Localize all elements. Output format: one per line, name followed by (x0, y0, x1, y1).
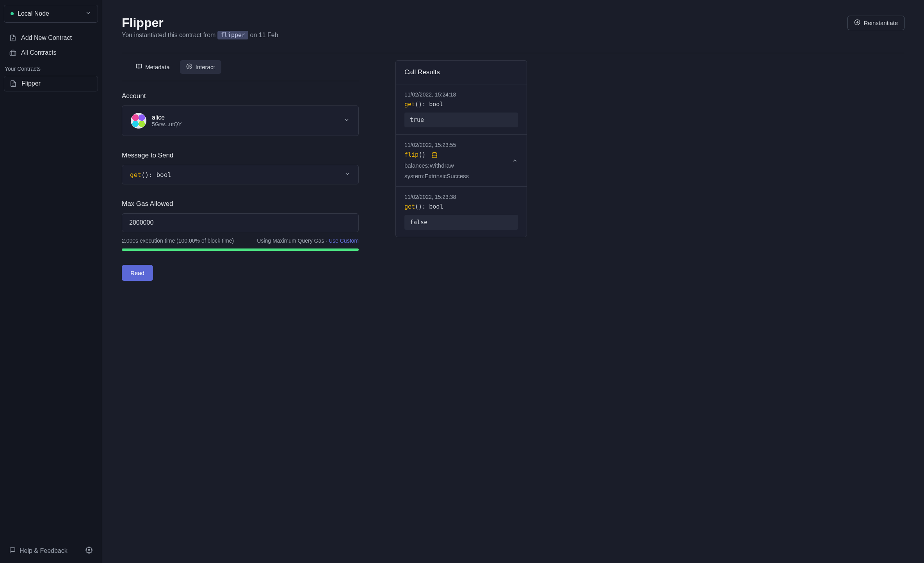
avatar-icon (131, 113, 146, 129)
help-feedback-link[interactable]: Help & Feedback (9, 547, 68, 555)
result-item: 11/02/2022, 15:24:18 get(): bool true (396, 84, 527, 135)
tabs: Metadata Interact (122, 53, 359, 81)
message-label: Message to Send (122, 152, 359, 159)
account-label: Account (122, 92, 359, 100)
all-contracts-link[interactable]: All Contracts (4, 45, 98, 60)
message-sig: (): bool (141, 171, 171, 179)
result-sig: (): bool (415, 101, 443, 108)
result-fn: get (404, 203, 415, 210)
result-timestamp: 11/02/2022, 15:23:55 (404, 142, 512, 148)
book-icon (136, 63, 142, 71)
node-label: Local Node (18, 10, 49, 17)
exec-time-text: 2.000s execution time (100.00% of block … (122, 238, 234, 244)
result-fn: flip (404, 151, 418, 158)
gas-input[interactable] (122, 213, 359, 232)
sidebar: Local Node Add New Contract All Contract… (0, 0, 102, 563)
result-sig: (): bool (415, 203, 443, 210)
add-contract-label: Add New Contract (21, 34, 72, 41)
chat-icon (9, 547, 16, 555)
main-content: Flipper You instantiated this contract f… (102, 0, 924, 563)
chevron-up-icon[interactable] (512, 157, 518, 165)
help-label: Help & Feedback (20, 547, 68, 554)
message-fn: get (130, 171, 141, 179)
result-event: balances:Withdraw (404, 162, 512, 169)
add-contract-link[interactable]: Add New Contract (4, 30, 98, 45)
svg-point-8 (187, 64, 192, 69)
database-icon (431, 152, 438, 158)
result-timestamp: 11/02/2022, 15:23:38 (404, 194, 518, 200)
code-chip: flipper (217, 31, 248, 39)
settings-button[interactable] (85, 547, 93, 555)
result-value: true (404, 113, 518, 127)
read-button[interactable]: Read (122, 265, 153, 281)
status-dot-icon (11, 12, 14, 15)
tab-metadata[interactable]: Metadata (130, 60, 176, 74)
chevron-down-icon (344, 171, 351, 179)
chevron-down-icon (344, 117, 350, 125)
result-fn: get (404, 101, 415, 108)
sidebar-contract-flipper[interactable]: Flipper (4, 76, 98, 91)
briefcase-icon (9, 49, 16, 56)
message-selector[interactable]: get(): bool (122, 165, 359, 184)
account-address: 5Grw...utQY (152, 121, 182, 127)
svg-rect-2 (10, 51, 16, 55)
your-contracts-label: Your Contracts (4, 60, 98, 76)
all-contracts-label: All Contracts (21, 49, 57, 56)
file-plus-icon (9, 34, 16, 41)
result-sig: () (418, 151, 426, 158)
call-results-title: Call Results (396, 61, 527, 84)
page-title: Flipper (122, 16, 278, 30)
reinstantiate-button[interactable]: Reinstantiate (847, 16, 904, 30)
result-item: 11/02/2022, 15:23:38 get(): bool false (396, 187, 527, 237)
svg-point-5 (88, 549, 90, 551)
svg-point-10 (432, 152, 437, 154)
node-selector[interactable]: Local Node (4, 5, 98, 23)
file-icon (10, 80, 17, 87)
account-selector[interactable]: alice 5Grw...utQY (122, 105, 359, 136)
contract-name: Flipper (21, 80, 41, 87)
result-value: false (404, 215, 518, 230)
tab-interact[interactable]: Interact (180, 60, 221, 74)
result-item: 11/02/2022, 15:23:55 flip() balances:Wit… (396, 135, 527, 187)
play-circle-icon (186, 63, 192, 71)
gas-mode-text: Using Maximum Query Gas · (257, 238, 329, 244)
result-event: system:ExtrinsicSuccess (404, 173, 512, 179)
svg-marker-9 (189, 65, 190, 67)
result-timestamp: 11/02/2022, 15:24:18 (404, 91, 518, 98)
account-name: alice (152, 114, 182, 121)
call-results-panel: Call Results 11/02/2022, 15:24:18 get():… (395, 60, 527, 237)
use-custom-link[interactable]: Use Custom (329, 238, 359, 244)
gas-label: Max Gas Allowed (122, 200, 359, 208)
page-subtitle: You instantiated this contract from flip… (122, 32, 278, 39)
gas-progress-bar (122, 248, 359, 251)
chevron-down-icon (85, 10, 91, 18)
arrow-circle-icon (854, 19, 860, 27)
